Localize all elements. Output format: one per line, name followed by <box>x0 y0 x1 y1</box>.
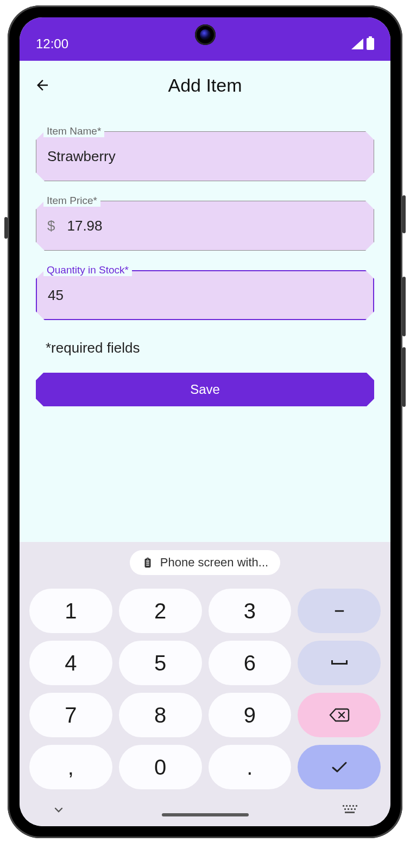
volume-down-button <box>402 347 406 407</box>
item-price-field[interactable]: $ <box>36 201 374 251</box>
key-0[interactable]: 0 <box>119 745 202 789</box>
suggestion-bar: Phone screen with... <box>20 542 390 583</box>
svg-rect-3 <box>349 805 351 807</box>
key-minus[interactable] <box>298 589 381 633</box>
home-handle[interactable] <box>162 813 249 816</box>
clipboard-icon <box>142 556 154 570</box>
key-2[interactable]: 2 <box>119 589 202 633</box>
signal-icon <box>351 39 363 49</box>
page-title: Add Item <box>30 75 380 96</box>
phone-frame: 12:00 Add Item Item Name* <box>8 5 402 838</box>
power-button <box>402 195 406 233</box>
status-icons <box>351 38 374 50</box>
volume-up-button <box>402 277 406 336</box>
item-price-field-wrap: Item Price* $ <box>36 201 374 251</box>
key-9[interactable]: 9 <box>209 693 292 737</box>
key-8[interactable]: 8 <box>119 693 202 737</box>
svg-rect-0 <box>335 610 343 612</box>
backspace-icon <box>329 707 350 723</box>
item-price-label: Item Price* <box>43 195 100 207</box>
svg-rect-6 <box>344 808 346 810</box>
svg-rect-10 <box>345 812 355 813</box>
side-key <box>4 217 8 239</box>
key-comma[interactable]: , <box>29 745 112 789</box>
check-icon <box>330 760 349 774</box>
svg-rect-4 <box>352 805 354 807</box>
keyboard-nav-row <box>20 794 390 826</box>
space-icon <box>330 657 349 669</box>
required-fields-note: *required fields <box>46 340 374 356</box>
key-7[interactable]: 7 <box>29 693 112 737</box>
quantity-field[interactable] <box>36 270 374 320</box>
svg-rect-8 <box>351 808 352 810</box>
key-enter[interactable] <box>298 745 381 789</box>
add-item-form: Item Name* Item Price* $ Quantity in Sto… <box>20 110 390 542</box>
quantity-label: Quantity in Stock* <box>43 264 132 276</box>
key-1[interactable]: 1 <box>29 589 112 633</box>
keyboard-switch-icon[interactable] <box>342 804 358 816</box>
battery-icon <box>367 38 374 50</box>
item-name-field[interactable] <box>36 131 374 181</box>
key-4[interactable]: 4 <box>29 641 112 685</box>
quantity-input[interactable] <box>48 287 362 304</box>
status-time: 12:00 <box>36 36 68 52</box>
svg-rect-5 <box>356 805 357 807</box>
save-button[interactable]: Save <box>36 373 374 406</box>
key-space[interactable] <box>298 641 381 685</box>
key-period[interactable]: . <box>209 745 292 789</box>
item-price-input[interactable] <box>67 218 363 234</box>
svg-rect-7 <box>348 808 349 810</box>
key-backspace[interactable] <box>298 693 381 737</box>
key-3[interactable]: 3 <box>209 589 292 633</box>
suggestion-text: Phone screen with... <box>160 556 268 570</box>
svg-rect-9 <box>354 808 356 810</box>
keyboard: Phone screen with... 1 2 3 4 5 6 <box>20 542 390 826</box>
item-name-label: Item Name* <box>43 125 104 137</box>
item-name-input[interactable] <box>47 148 363 165</box>
item-name-field-wrap: Item Name* <box>36 131 374 181</box>
numpad: 1 2 3 4 5 6 7 8 9 <box>20 583 390 794</box>
svg-rect-2 <box>346 805 348 807</box>
app-bar: Add Item <box>20 61 390 110</box>
screen: 12:00 Add Item Item Name* <box>20 17 390 826</box>
key-5[interactable]: 5 <box>119 641 202 685</box>
currency-prefix: $ <box>47 218 55 234</box>
clipboard-suggestion[interactable]: Phone screen with... <box>130 550 280 575</box>
collapse-keyboard-icon[interactable] <box>52 803 65 816</box>
camera-notch <box>195 24 216 45</box>
minus-icon <box>332 603 347 618</box>
key-6[interactable]: 6 <box>209 641 292 685</box>
quantity-field-wrap: Quantity in Stock* <box>36 270 374 320</box>
svg-rect-1 <box>343 805 344 807</box>
